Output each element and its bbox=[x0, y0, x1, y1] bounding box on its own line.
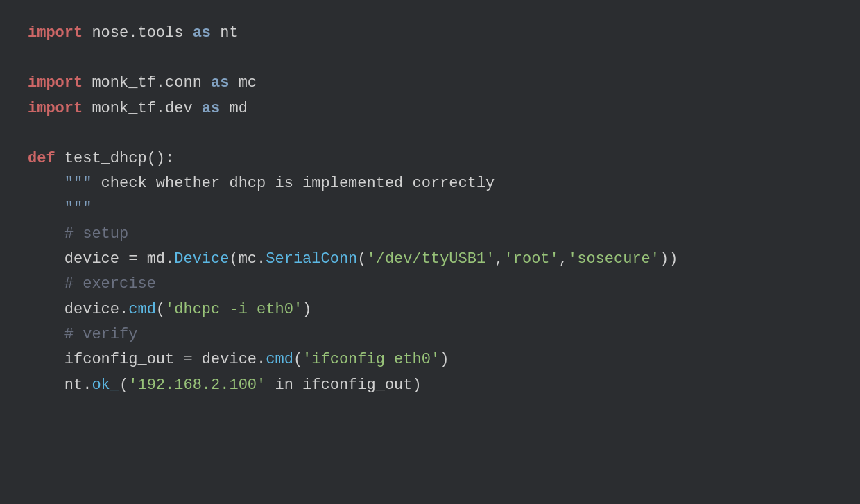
token-method: SerialConn bbox=[266, 247, 357, 272]
code-line: # setup bbox=[28, 222, 832, 247]
token-indent bbox=[28, 247, 64, 272]
token-method: cmd bbox=[128, 297, 156, 322]
token-string: '192.168.2.100' bbox=[128, 373, 266, 398]
token-kw: import bbox=[28, 71, 83, 96]
token-plain: in ifconfig_out) bbox=[266, 373, 421, 398]
token-indent bbox=[28, 322, 64, 347]
token-indent bbox=[28, 222, 64, 247]
token-plain: ) bbox=[302, 297, 311, 322]
token-string: 'root' bbox=[504, 247, 559, 272]
token-plain: monk_tf.conn bbox=[83, 71, 211, 96]
token-comment: # verify bbox=[64, 322, 138, 347]
token-docstring: """ bbox=[64, 171, 92, 196]
token-kw-as: as bbox=[211, 71, 229, 96]
token-plain: nt bbox=[211, 21, 239, 46]
token-plain: device = md. bbox=[64, 247, 174, 272]
code-line: nt.ok_('192.168.2.100' in ifconfig_out) bbox=[28, 373, 832, 398]
token-plain: test_dhcp(): bbox=[55, 146, 175, 171]
token-indent bbox=[28, 171, 64, 196]
token-method: cmd bbox=[266, 347, 293, 372]
token-indent bbox=[28, 297, 64, 322]
token-plain: ( bbox=[156, 297, 165, 322]
token-indent bbox=[28, 196, 64, 221]
code-line bbox=[28, 121, 832, 146]
token-indent bbox=[28, 272, 64, 297]
token-kw-as: as bbox=[193, 21, 211, 46]
token-docstring: """ bbox=[64, 196, 92, 221]
token-comment: # exercise bbox=[64, 272, 156, 297]
token-plain: , bbox=[559, 247, 568, 272]
token-plain: ( bbox=[357, 247, 366, 272]
token-kw: import bbox=[28, 21, 83, 46]
code-line: import monk_tf.conn as mc bbox=[28, 71, 832, 96]
token-plain: ( bbox=[119, 373, 128, 398]
token-kw: def bbox=[28, 146, 55, 171]
token-string: 'sosecure' bbox=[568, 247, 660, 272]
code-line bbox=[28, 46, 832, 71]
token-plain: nt. bbox=[64, 373, 92, 398]
code-editor: import nose.tools as ntimport monk_tf.co… bbox=[0, 0, 860, 504]
token-plain: )) bbox=[660, 247, 678, 272]
token-string: 'dhcpc -i eth0' bbox=[165, 297, 302, 322]
token-plain: ( bbox=[293, 347, 302, 372]
token-plain: device. bbox=[64, 297, 128, 322]
token-indent bbox=[28, 373, 64, 398]
token-plain: ) bbox=[440, 347, 449, 372]
token-plain: ifconfig_out = device. bbox=[64, 347, 266, 372]
code-line: device.cmd('dhcpc -i eth0') bbox=[28, 297, 832, 322]
token-plain: monk_tf.dev bbox=[83, 96, 202, 121]
token-method: Device bbox=[174, 247, 229, 272]
code-line: def test_dhcp(): bbox=[28, 146, 832, 171]
token-method: ok_ bbox=[92, 373, 119, 398]
code-line: ifconfig_out = device.cmd('ifconfig eth0… bbox=[28, 347, 832, 372]
token-kw: import bbox=[28, 96, 83, 121]
code-line: import nose.tools as nt bbox=[28, 21, 832, 46]
token-comment: # setup bbox=[64, 222, 128, 247]
token-string: '/dev/ttyUSB1' bbox=[367, 247, 495, 272]
token-plain: mc bbox=[229, 71, 257, 96]
token-plain: check whether dhcp is implemented correc… bbox=[92, 171, 495, 196]
token-string: 'ifconfig eth0' bbox=[302, 347, 440, 372]
token-plain: (mc. bbox=[229, 247, 266, 272]
token-kw-as: as bbox=[202, 96, 220, 121]
code-line: device = md.Device(mc.SerialConn('/dev/t… bbox=[28, 247, 832, 272]
code-line: """ check whether dhcp is implemented co… bbox=[28, 171, 832, 196]
token-plain: , bbox=[495, 247, 504, 272]
code-line: # exercise bbox=[28, 272, 832, 297]
token-plain: nose.tools bbox=[83, 21, 192, 46]
code-line: # verify bbox=[28, 322, 832, 347]
token-indent bbox=[28, 347, 64, 372]
token-plain: md bbox=[220, 96, 248, 121]
code-line: """ bbox=[28, 196, 832, 221]
code-line: import monk_tf.dev as md bbox=[28, 96, 832, 121]
